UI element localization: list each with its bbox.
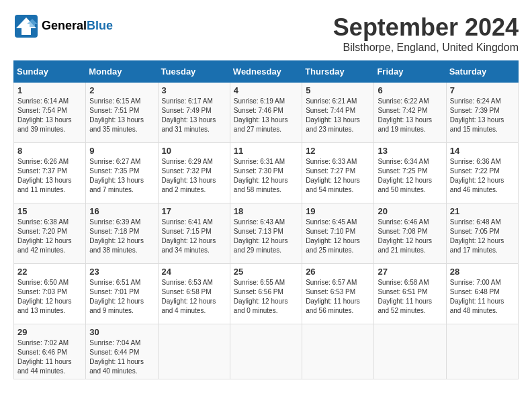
cell-info: Sunrise: 6:41 AM Sunset: 7:15 PM Dayligh… [162,218,226,255]
day-number: 3 [162,85,226,95]
calendar-cell [230,324,302,379]
calendar-cell: 7 Sunrise: 6:24 AM Sunset: 7:39 PM Dayli… [446,83,518,143]
calendar-cell: 30 Sunrise: 7:04 AM Sunset: 6:44 PM Dayl… [86,324,158,379]
weekday-header: Thursday [302,61,374,83]
day-number: 10 [162,146,226,156]
cell-info: Sunrise: 6:26 AM Sunset: 7:37 PM Dayligh… [17,157,82,195]
cell-info: Sunrise: 6:22 AM Sunset: 7:42 PM Dayligh… [378,97,442,134]
day-number: 27 [378,267,442,277]
calendar-week-row: 15 Sunrise: 6:38 AM Sunset: 7:20 PM Dayl… [14,203,519,264]
cell-info: Sunrise: 6:36 AM Sunset: 7:22 PM Dayligh… [450,157,515,195]
day-number: 7 [450,85,515,95]
calendar-cell: 23 Sunrise: 6:51 AM Sunset: 7:01 PM Dayl… [86,264,158,324]
calendar-cell [158,324,230,379]
cell-info: Sunrise: 6:45 AM Sunset: 7:10 PM Dayligh… [306,218,370,255]
day-number: 20 [378,206,442,216]
cell-info: Sunrise: 6:33 AM Sunset: 7:27 PM Dayligh… [306,157,370,195]
calendar-cell [446,324,518,379]
calendar-cell: 25 Sunrise: 6:55 AM Sunset: 6:56 PM Dayl… [230,264,302,324]
logo-general: General [42,19,87,32]
calendar-cell [374,324,446,379]
day-number: 24 [162,267,226,277]
logo-text: GeneralBlue [42,19,113,33]
calendar-header-row: SundayMondayTuesdayWednesdayThursdayFrid… [14,61,519,83]
day-number: 19 [306,206,370,216]
day-number: 14 [450,146,515,156]
cell-info: Sunrise: 6:58 AM Sunset: 6:51 PM Dayligh… [378,278,442,316]
day-number: 26 [306,267,370,277]
calendar-cell: 1 Sunrise: 6:14 AM Sunset: 7:54 PM Dayli… [14,83,86,143]
logo-icon [13,13,39,39]
calendar-cell: 6 Sunrise: 6:22 AM Sunset: 7:42 PM Dayli… [374,83,446,143]
calendar-cell: 14 Sunrise: 6:36 AM Sunset: 7:22 PM Dayl… [446,143,518,203]
calendar-cell: 5 Sunrise: 6:21 AM Sunset: 7:44 PM Dayli… [302,83,374,143]
day-number: 13 [378,146,442,156]
day-number: 4 [234,85,298,95]
cell-info: Sunrise: 6:15 AM Sunset: 7:51 PM Dayligh… [89,97,154,134]
day-number: 23 [89,267,154,277]
day-number: 9 [89,146,154,156]
day-number: 22 [17,267,82,277]
day-number: 8 [17,146,82,156]
calendar-cell: 24 Sunrise: 6:53 AM Sunset: 6:58 PM Dayl… [158,264,230,324]
weekday-header: Tuesday [158,61,230,83]
day-number: 18 [234,206,298,216]
cell-info: Sunrise: 7:04 AM Sunset: 6:44 PM Dayligh… [89,338,154,376]
calendar-cell: 2 Sunrise: 6:15 AM Sunset: 7:51 PM Dayli… [86,83,158,143]
weekday-header: Monday [86,61,158,83]
calendar-cell: 21 Sunrise: 6:48 AM Sunset: 7:05 PM Dayl… [446,203,518,264]
calendar-cell: 18 Sunrise: 6:43 AM Sunset: 7:13 PM Dayl… [230,203,302,264]
page-header: GeneralBlue September 2024 Bilsthorpe, E… [13,13,519,54]
cell-info: Sunrise: 6:29 AM Sunset: 7:32 PM Dayligh… [162,157,226,195]
day-number: 30 [89,327,154,337]
day-number: 1 [17,85,82,95]
calendar-cell: 27 Sunrise: 6:58 AM Sunset: 6:51 PM Dayl… [374,264,446,324]
calendar-cell: 10 Sunrise: 6:29 AM Sunset: 7:32 PM Dayl… [158,143,230,203]
day-number: 5 [306,85,370,95]
calendar-cell: 3 Sunrise: 6:17 AM Sunset: 7:49 PM Dayli… [158,83,230,143]
day-number: 2 [89,85,154,95]
logo: GeneralBlue [13,13,113,39]
title-block: September 2024 Bilsthorpe, England, Unit… [333,13,519,54]
cell-info: Sunrise: 6:17 AM Sunset: 7:49 PM Dayligh… [162,97,226,134]
month-title: September 2024 [333,13,519,42]
cell-info: Sunrise: 6:43 AM Sunset: 7:13 PM Dayligh… [234,218,298,255]
cell-info: Sunrise: 6:21 AM Sunset: 7:44 PM Dayligh… [306,97,370,134]
calendar-cell: 26 Sunrise: 6:57 AM Sunset: 6:53 PM Dayl… [302,264,374,324]
day-number: 17 [162,206,226,216]
calendar-cell: 17 Sunrise: 6:41 AM Sunset: 7:15 PM Dayl… [158,203,230,264]
cell-info: Sunrise: 6:55 AM Sunset: 6:56 PM Dayligh… [234,278,298,316]
cell-info: Sunrise: 6:53 AM Sunset: 6:58 PM Dayligh… [162,278,226,316]
calendar-week-row: 1 Sunrise: 6:14 AM Sunset: 7:54 PM Dayli… [14,83,519,143]
day-number: 16 [89,206,154,216]
calendar-cell [302,324,374,379]
cell-info: Sunrise: 7:00 AM Sunset: 6:48 PM Dayligh… [450,278,515,316]
calendar-cell: 20 Sunrise: 6:46 AM Sunset: 7:08 PM Dayl… [374,203,446,264]
cell-info: Sunrise: 6:24 AM Sunset: 7:39 PM Dayligh… [450,97,515,134]
calendar-cell: 28 Sunrise: 7:00 AM Sunset: 6:48 PM Dayl… [446,264,518,324]
day-number: 29 [17,327,82,337]
location-subtitle: Bilsthorpe, England, United Kingdom [333,42,519,54]
day-number: 6 [378,85,442,95]
cell-info: Sunrise: 6:19 AM Sunset: 7:46 PM Dayligh… [234,97,298,134]
calendar-week-row: 22 Sunrise: 6:50 AM Sunset: 7:03 PM Dayl… [14,264,519,324]
cell-info: Sunrise: 6:14 AM Sunset: 7:54 PM Dayligh… [17,97,82,134]
cell-info: Sunrise: 6:50 AM Sunset: 7:03 PM Dayligh… [17,278,82,316]
calendar-cell: 12 Sunrise: 6:33 AM Sunset: 7:27 PM Dayl… [302,143,374,203]
day-number: 15 [17,206,82,216]
calendar-cell: 11 Sunrise: 6:31 AM Sunset: 7:30 PM Dayl… [230,143,302,203]
day-number: 11 [234,146,298,156]
day-number: 25 [234,267,298,277]
cell-info: Sunrise: 6:39 AM Sunset: 7:18 PM Dayligh… [89,218,154,255]
cell-info: Sunrise: 6:57 AM Sunset: 6:53 PM Dayligh… [306,278,370,316]
cell-info: Sunrise: 7:02 AM Sunset: 6:46 PM Dayligh… [17,338,82,376]
cell-info: Sunrise: 6:48 AM Sunset: 7:05 PM Dayligh… [450,218,515,255]
day-number: 21 [450,206,515,216]
cell-info: Sunrise: 6:51 AM Sunset: 7:01 PM Dayligh… [89,278,154,316]
weekday-header: Sunday [14,61,86,83]
weekday-header: Wednesday [230,61,302,83]
calendar-cell: 13 Sunrise: 6:34 AM Sunset: 7:25 PM Dayl… [374,143,446,203]
calendar-cell: 4 Sunrise: 6:19 AM Sunset: 7:46 PM Dayli… [230,83,302,143]
weekday-header: Friday [374,61,446,83]
calendar-cell: 15 Sunrise: 6:38 AM Sunset: 7:20 PM Dayl… [14,203,86,264]
